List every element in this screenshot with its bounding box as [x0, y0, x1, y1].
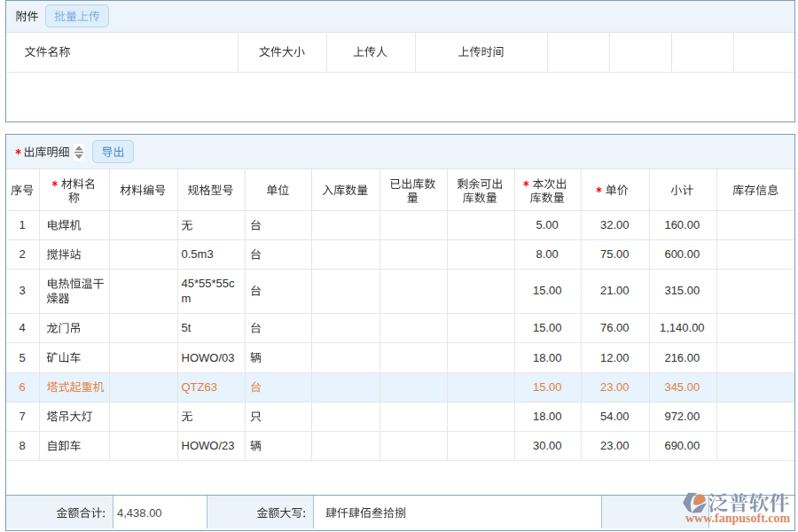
svg-text:30.00: 30.00: [533, 439, 562, 452]
svg-text:21.00: 21.00: [600, 284, 630, 297]
svg-text:QTZ63: QTZ63: [182, 380, 217, 394]
svg-text:4,438.00: 4,438.00: [117, 506, 162, 520]
svg-text:4: 4: [20, 321, 26, 334]
svg-text:160.00: 160.00: [664, 218, 700, 231]
svg-text:32.00: 32.00: [600, 218, 630, 231]
svg-text:5.00: 5.00: [536, 218, 559, 231]
svg-text:12.00: 12.00: [600, 351, 630, 364]
svg-text:345.00: 345.00: [664, 380, 700, 394]
svg-text:2: 2: [20, 247, 26, 261]
svg-text:3: 3: [20, 284, 26, 297]
svg-text:972.00: 972.00: [664, 410, 700, 423]
svg-text:23.00: 23.00: [600, 380, 630, 394]
svg-text:5t: 5t: [182, 321, 192, 334]
svg-text:315.00: 315.00: [664, 284, 700, 297]
svg-text:5: 5: [20, 351, 26, 364]
svg-text:HOWO/03: HOWO/03: [182, 351, 235, 364]
svg-text:75.00: 75.00: [600, 247, 630, 261]
svg-text:216.00: 216.00: [664, 351, 700, 364]
svg-text:15.00: 15.00: [533, 380, 562, 394]
svg-text:8.00: 8.00: [536, 247, 559, 261]
svg-text:8: 8: [20, 439, 26, 452]
svg-text:15.00: 15.00: [533, 284, 562, 297]
svg-text:1,140.00: 1,140.00: [660, 321, 705, 334]
svg-text:18.00: 18.00: [533, 351, 562, 364]
svg-text:600.00: 600.00: [664, 247, 700, 261]
svg-text:54.00: 54.00: [600, 410, 630, 423]
svg-text:18.00: 18.00: [533, 410, 562, 423]
svg-text:m: m: [182, 292, 192, 305]
svg-text:7: 7: [20, 410, 26, 423]
svg-text:www.fanpusoft.com: www.fanpusoft.com: [685, 512, 791, 525]
svg-text:0.5m3: 0.5m3: [182, 247, 214, 261]
svg-text:690.00: 690.00: [664, 439, 700, 452]
svg-text:1: 1: [20, 218, 26, 231]
svg-text:45*55*55c: 45*55*55c: [182, 277, 235, 290]
svg-text:23.00: 23.00: [600, 439, 630, 452]
svg-text:HOWO/23: HOWO/23: [182, 439, 235, 452]
svg-text:15.00: 15.00: [533, 321, 562, 334]
svg-text:6: 6: [20, 380, 26, 394]
svg-text:76.00: 76.00: [600, 321, 630, 334]
